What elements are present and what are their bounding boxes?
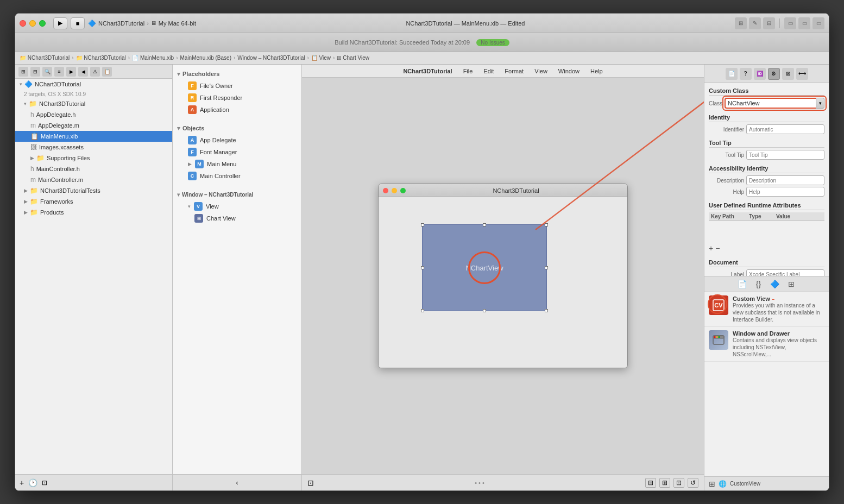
- obj-view[interactable]: ▾ V View: [173, 200, 301, 212]
- sidebar-icon-5[interactable]: ◀: [78, 67, 88, 77]
- obj-chart-view[interactable]: ⊞ Chart View: [173, 212, 301, 224]
- tooltip-input[interactable]: [746, 150, 824, 160]
- sidebar-item-xcassets[interactable]: 🖼 Images.xcassets: [15, 142, 172, 153]
- inspector-connections-icon[interactable]: ⟷: [796, 68, 808, 80]
- sidebar-item-project[interactable]: ▾ 🔷 NChart3DTutorial: [15, 79, 172, 90]
- sidebar-item-products[interactable]: ▶ 📁 Products: [15, 207, 172, 218]
- chart-view-rect[interactable]: NChartView: [422, 224, 547, 311]
- handle-br[interactable]: [545, 309, 548, 312]
- play-button[interactable]: ▶: [53, 17, 67, 29]
- sidebar-history-icon[interactable]: 🕐: [28, 478, 37, 487]
- breadcrumb-item-6[interactable]: 📋 View: [311, 55, 331, 61]
- canvas-zoom-fit[interactable]: ⊡: [307, 478, 314, 487]
- breadcrumb-item-7[interactable]: ⊞ Chart View: [337, 55, 369, 61]
- sidebar-item-mainmenu-xib[interactable]: 📋 MainMenu.xib: [15, 131, 172, 142]
- library-item-custom-view[interactable]: CV Custom View – Provides you with an in…: [704, 292, 829, 327]
- breadcrumb-item-1[interactable]: 📁 NChart3DTutorial: [20, 55, 70, 61]
- sidebar-icon-6[interactable]: ⚠: [90, 67, 100, 77]
- class-dropdown-btn[interactable]: ▾: [816, 98, 824, 109]
- menu-view[interactable]: View: [534, 68, 547, 74]
- sidebar-icon-4[interactable]: ▶: [66, 67, 76, 77]
- sim-content[interactable]: NChartView: [379, 197, 627, 368]
- menu-format[interactable]: Format: [505, 68, 524, 74]
- right-bottom-globe-icon[interactable]: 🌐: [719, 480, 727, 488]
- inspector-file-icon[interactable]: 📄: [726, 68, 738, 80]
- sidebar-item-supporting-files[interactable]: ▶ 📁 Supporting Files: [15, 153, 172, 163]
- sidebar-icon-3[interactable]: ≡: [54, 67, 64, 77]
- stop-button[interactable]: ■: [71, 17, 85, 29]
- editor-icon[interactable]: ✎: [749, 17, 761, 29]
- canvas-pin-btn[interactable]: ⊞: [659, 478, 670, 488]
- sidebar-icon-2[interactable]: ⊟: [30, 67, 40, 77]
- breadcrumb-item-3[interactable]: 📄 MainMenu.xib: [132, 55, 174, 61]
- obj-app-delegate[interactable]: A App Delegate: [173, 134, 301, 146]
- section-header-objects[interactable]: ▾ Objects: [173, 122, 301, 134]
- lib-icon-obj[interactable]: 🔷: [769, 278, 781, 290]
- canvas-align-btn[interactable]: ⊟: [645, 478, 656, 488]
- breadcrumb-item-2[interactable]: 📁 NChart3DTutorial: [76, 55, 126, 61]
- obj-application[interactable]: A Application: [173, 104, 301, 116]
- panel3-icon[interactable]: ▭: [812, 17, 824, 29]
- maximize-button[interactable]: [39, 20, 46, 27]
- view-toggle-icon[interactable]: ⊞: [735, 17, 747, 29]
- inspector-quick-icon[interactable]: ?: [740, 68, 752, 80]
- inspector-size-icon[interactable]: ⊠: [782, 68, 794, 80]
- sidebar-item-maincontroller-m[interactable]: m MainController.m: [15, 174, 172, 185]
- sidebar-icon-1[interactable]: ⊞: [18, 67, 28, 77]
- section-header-window[interactable]: ▾ Window – NChart3DTutorial: [173, 188, 301, 200]
- menu-edit[interactable]: Edit: [483, 68, 494, 74]
- sim-maximize[interactable]: [400, 188, 406, 193]
- sidebar-item-tests[interactable]: ▶ 📁 NChart3DTutorialTests: [15, 185, 172, 196]
- sim-close[interactable]: [383, 188, 388, 193]
- minimize-button[interactable]: [29, 20, 36, 27]
- identifier-input[interactable]: [746, 124, 824, 134]
- obj-main-menu[interactable]: ▶ M Main Menu: [173, 158, 301, 170]
- handle-tr[interactable]: [545, 223, 548, 226]
- handle-mr[interactable]: [545, 266, 548, 269]
- runtime-remove-btn[interactable]: −: [715, 244, 720, 253]
- menu-file[interactable]: File: [463, 68, 473, 74]
- doc-label-input[interactable]: [746, 269, 824, 276]
- handle-tc[interactable]: [483, 223, 486, 226]
- panel1-icon[interactable]: ▭: [784, 17, 796, 29]
- accessibility-desc-input[interactable]: [746, 175, 824, 185]
- sim-minimize[interactable]: [392, 188, 397, 193]
- sidebar-item-maincontroller-h[interactable]: h MainController.h: [15, 163, 172, 174]
- menu-help[interactable]: Help: [590, 68, 603, 74]
- handle-ml[interactable]: [421, 266, 424, 269]
- handle-tl[interactable]: [421, 223, 424, 226]
- sidebar-item-group[interactable]: ▾ 📁 NChart3DTutorial: [15, 98, 172, 109]
- canvas-update-btn[interactable]: ↺: [688, 478, 698, 488]
- canvas-resolve-btn[interactable]: ⊡: [673, 478, 684, 488]
- obj-files-owner[interactable]: F File's Owner: [173, 80, 301, 92]
- breadcrumb-item-4[interactable]: MainMenu.xib (Base): [180, 55, 231, 61]
- layout-icon[interactable]: ⊟: [763, 17, 775, 29]
- right-bottom-grid-icon[interactable]: ⊞: [709, 480, 715, 488]
- breadcrumb-item-5[interactable]: Window – NChart3DTutorial: [237, 55, 305, 61]
- library-item-window-drawer[interactable]: Window and Drawer Contains and displays …: [704, 327, 829, 362]
- handle-bc[interactable]: [483, 309, 486, 312]
- inspector-attributes-icon[interactable]: ⚙: [768, 68, 780, 80]
- section-header-placeholders[interactable]: ▾ Placeholders: [173, 68, 301, 80]
- lib-icon-grid[interactable]: ⊞: [785, 278, 797, 290]
- sidebar-item-appdelegate-m[interactable]: m AppDelegate.m: [15, 120, 172, 131]
- inspector-identity-icon[interactable]: 🆔: [754, 68, 766, 80]
- sidebar-item-appdelegate-h[interactable]: h AppDelegate.h: [15, 109, 172, 120]
- close-button[interactable]: [20, 20, 26, 27]
- lib-icon-file[interactable]: 📄: [736, 278, 748, 290]
- sidebar-icon-7[interactable]: 📋: [102, 67, 112, 77]
- obj-first-responder[interactable]: R First Responder: [173, 92, 301, 104]
- canvas-scroll[interactable]: NChart3DTutorial NChartView: [302, 78, 704, 474]
- accessibility-help-input[interactable]: [746, 187, 824, 197]
- class-input[interactable]: [725, 98, 816, 109]
- lib-icon-code[interactable]: {}: [753, 278, 765, 290]
- objects-nav-back[interactable]: ‹: [236, 479, 238, 487]
- menu-app[interactable]: NChart3DTutorial: [403, 68, 452, 74]
- panel2-icon[interactable]: ▭: [798, 17, 810, 29]
- obj-font-manager[interactable]: F Font Manager: [173, 146, 301, 158]
- menu-window[interactable]: Window: [558, 68, 580, 74]
- sidebar-item-frameworks[interactable]: ▶ 📁 Frameworks: [15, 196, 172, 207]
- sidebar-filter-icon[interactable]: ⊡: [42, 479, 47, 487]
- handle-bl[interactable]: [421, 309, 424, 312]
- runtime-add-btn[interactable]: +: [709, 244, 713, 253]
